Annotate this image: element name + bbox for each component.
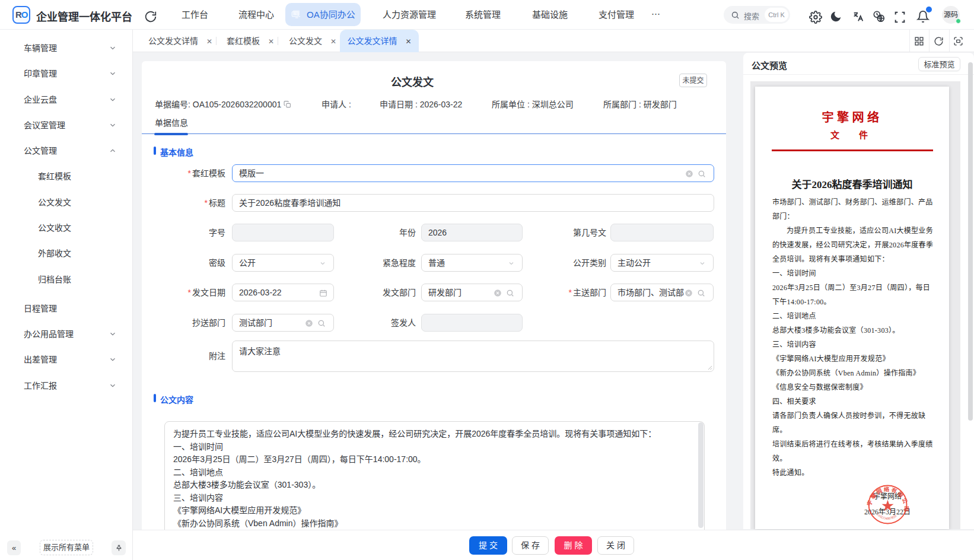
svg-text:宇擎网络有限公司: 宇擎网络有限公司 xyxy=(867,486,909,513)
svg-text:5102234997850: 5102234997850 xyxy=(876,513,897,520)
